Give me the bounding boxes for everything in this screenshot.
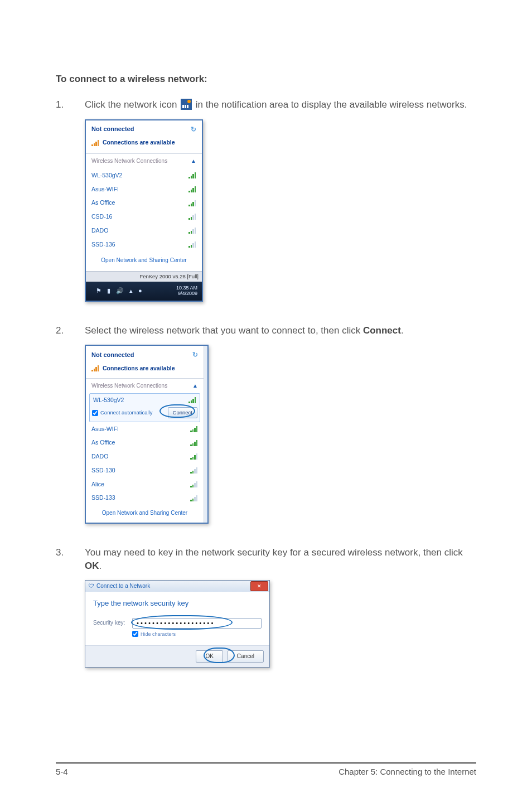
step-number: 2. (56, 324, 85, 337)
network-name: DADO (91, 452, 108, 461)
network-name: SSD-133 (91, 494, 115, 502)
tray-flag-icon[interactable]: ⚑ (96, 287, 101, 295)
step-text-tail: . (401, 325, 404, 336)
ime-bar: FenKey 2000 v5.28 [Full] (86, 271, 202, 281)
connections-available-text: Connections are available (103, 138, 175, 147)
network-item[interactable]: As Office (86, 196, 202, 210)
open-sharing-center-link[interactable]: Open Network and Sharing Center (86, 251, 202, 271)
network-item[interactable]: WL-530gV2 (86, 168, 202, 182)
open-sharing-center-link[interactable]: Open Network and Sharing Center (86, 505, 204, 523)
network-item[interactable]: SSD-133 (86, 491, 204, 505)
signal-icon (188, 186, 196, 192)
taskbar: ⚑ ▮ 🔊 ▴ ● 10:35 AM 9/4/2009 (86, 282, 202, 301)
screenshot-2: Not connected ↻ Connections are availabl… (85, 345, 476, 524)
scrollbar[interactable] (204, 346, 207, 523)
network-item[interactable]: Asus-WIFI (86, 182, 202, 196)
network-section-text: Wireless Network Connections (91, 157, 167, 165)
network-tray-icon (181, 99, 192, 110)
connections-available-text: Connections are available (103, 364, 175, 373)
signal-icon (188, 397, 196, 403)
tray-status-icon[interactable]: ● (138, 287, 142, 295)
tray-sound-icon[interactable]: 🔊 (116, 287, 124, 295)
connection-status-text: Not connected (91, 125, 134, 133)
network-name: WL-530gV2 (91, 171, 122, 180)
network-name: DADO (91, 226, 108, 235)
step-number: 1. (56, 98, 85, 112)
screenshot-1: Not connected ↻ Connections are availabl… (85, 119, 476, 302)
collapse-arrow-icon[interactable]: ▲ (192, 382, 198, 390)
network-item[interactable]: Asus-WIFI (86, 422, 204, 436)
network-item[interactable]: SSD-136 (86, 238, 202, 252)
selected-network[interactable]: WL-530gV2 Connect automatically Connect (89, 393, 200, 422)
network-name: As Office (91, 199, 115, 207)
network-item[interactable]: SSD-130 (86, 463, 204, 477)
network-name: As Office (91, 438, 115, 447)
signal-icon (190, 481, 198, 487)
document-page: To connect to a wireless network: 1. Cli… (0, 0, 532, 802)
step-bold: Connect (363, 325, 401, 336)
network-item[interactable]: DADO (86, 224, 202, 238)
connect-auto-input[interactable] (92, 410, 98, 416)
signal-icon (190, 453, 198, 460)
network-item[interactable]: CSD-16 (86, 210, 202, 224)
step-text-before: Click the network icon (85, 99, 180, 110)
signal-icon (190, 495, 198, 501)
page-footer: 5-4 Chapter 5: Connecting to the Interne… (56, 762, 476, 777)
network-item[interactable]: DADO (86, 450, 204, 463)
signal-icon (188, 172, 196, 178)
signal-icon (188, 227, 196, 234)
connection-status: Not connected ↻ (91, 125, 196, 134)
cancel-button[interactable]: Cancel (228, 650, 264, 663)
network-item[interactable]: As Office (86, 436, 204, 450)
refresh-icon[interactable]: ↻ (192, 350, 198, 360)
connections-available: Connections are available (91, 364, 198, 373)
step-number: 3. (56, 546, 85, 573)
connection-status-text: Not connected (91, 351, 134, 359)
dialog-shield-icon: 🛡 (89, 582, 94, 590)
ok-button[interactable]: OK (196, 650, 223, 663)
signal-icon (188, 213, 196, 220)
step-text-after: in the notification area to display the … (196, 99, 467, 110)
tray-chevron-icon[interactable]: ▴ (129, 287, 133, 295)
refresh-icon[interactable]: ↻ (191, 125, 196, 134)
page-number: 5-4 (56, 766, 68, 777)
section-heading: To connect to a wireless network: (56, 73, 476, 86)
hide-characters-checkbox[interactable]: Hide characters (132, 631, 262, 638)
hide-characters-label: Hide characters (141, 631, 176, 638)
signal-icon (188, 200, 196, 206)
network-flyout: Not connected ↻ Connections are availabl… (85, 119, 203, 302)
selected-network-name: WL-530gV2 (93, 396, 124, 404)
network-name: SSD-130 (91, 466, 115, 475)
close-icon[interactable]: ✕ (250, 581, 268, 591)
connect-auto-label: Connect automatically (100, 409, 152, 416)
step-bold: OK (85, 561, 99, 571)
step-text-tail: . (99, 561, 102, 571)
tray-network-icon[interactable]: ▮ (107, 287, 110, 295)
connection-status: Not connected ↻ (91, 350, 198, 360)
step-body: You may need to key in the network secur… (85, 546, 476, 573)
signal-icon (190, 439, 198, 446)
signal-icon (91, 139, 99, 146)
step-text: You may need to key in the network secur… (85, 547, 463, 558)
signal-icon (190, 426, 198, 432)
clock-date: 9/4/2009 (176, 291, 197, 297)
network-item[interactable]: Alice (86, 477, 204, 491)
network-section-text: Wireless Network Connections (91, 382, 167, 390)
step-text: Select the wireless network that you wan… (85, 325, 363, 336)
step-2: 2. Select the wireless network that you … (56, 324, 476, 337)
chapter-title: Chapter 5: Connecting to the Internet (338, 766, 476, 777)
step-body: Click the network icon in the notificati… (85, 98, 476, 112)
step-body: Select the wireless network that you wan… (85, 324, 476, 337)
collapse-arrow-icon[interactable]: ▲ (191, 157, 196, 165)
network-name: Alice (91, 480, 104, 489)
hide-characters-input[interactable] (132, 631, 138, 637)
connect-button[interactable]: Connect (168, 407, 197, 418)
signal-icon (190, 467, 198, 474)
signal-icon (91, 365, 99, 371)
connect-auto-checkbox[interactable]: Connect automatically (92, 409, 152, 416)
taskbar-clock[interactable]: 10:35 AM 9/4/2009 (176, 286, 197, 297)
dialog-titlebar: 🛡 Connect to a Network ✕ (85, 581, 269, 592)
dialog-heading: Type the network security key (93, 598, 262, 608)
security-key-input[interactable] (132, 618, 262, 629)
signal-icon (188, 241, 196, 248)
